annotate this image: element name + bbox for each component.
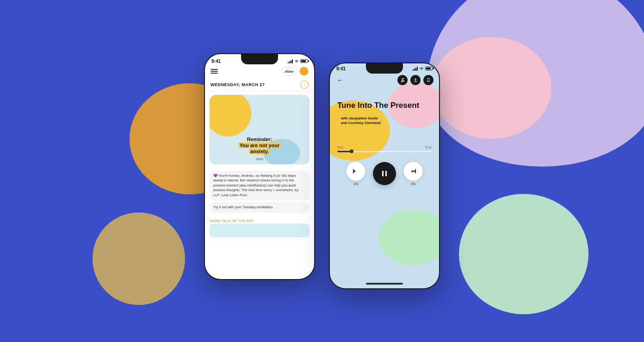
player-title-area: Tune Into The Present with Jacqueline Go… — [330, 87, 439, 137]
status-time-left: 9:41 — [211, 59, 221, 64]
date-row: WEDNESDAY, MARCH 27 › — [205, 78, 314, 91]
share-icon — [413, 78, 418, 82]
svg-point-1 — [403, 80, 404, 81]
signal-bar-r3 — [415, 68, 416, 71]
battery-icon-right — [425, 67, 433, 70]
shine-logo[interactable]: shine — [281, 67, 297, 76]
svg-rect-2 — [353, 169, 354, 174]
date-text: WEDNESDAY, MARCH 27 — [211, 82, 265, 87]
skip-forward-label: 15s — [410, 182, 415, 186]
skip-forward-icon — [409, 167, 417, 175]
subtitle-line1: with Jacqueline Gould — [341, 116, 378, 120]
skip-back-icon — [352, 167, 360, 175]
card-image: Reminder: You are not your anxiety. shin… — [210, 95, 310, 164]
signal-bar-2 — [289, 61, 290, 63]
time-total: 5:10 — [425, 146, 432, 149]
shine-watermark: shine — [256, 157, 264, 161]
bookmark-button[interactable] — [423, 75, 433, 85]
card-blob-yellow — [210, 95, 251, 137]
signal-bar-r4 — [417, 67, 418, 71]
bookmark-icon — [426, 78, 431, 82]
progress-bar-track[interactable] — [337, 151, 432, 152]
skip-back-button[interactable] — [346, 162, 365, 181]
battery-fill-left — [301, 60, 306, 62]
player-title: Tune Into The Present — [337, 101, 432, 110]
phone1-content: 9:41 — [205, 54, 314, 279]
phone2-content: 9:41 — [330, 63, 439, 288]
music-note-icon — [400, 78, 405, 82]
playback-controls: 15s 15s — [330, 162, 439, 190]
skip-forward-control: 15s — [403, 162, 423, 186]
player-subtitle-badge: with Jacqueline Gould and Courtney Cleve… — [337, 115, 384, 127]
battery-fill-right — [426, 68, 431, 69]
avatar-small[interactable] — [299, 67, 309, 76]
phone-notch-left — [241, 54, 278, 64]
card-reminder-text: Reminder: You are not your anxiety. — [220, 137, 300, 155]
svg-rect-3 — [382, 171, 384, 176]
card-line3-highlight: anxiety. — [249, 149, 270, 154]
hamburger-line-1 — [211, 69, 218, 70]
wifi-icon-right — [419, 67, 424, 70]
progress-times: 0:11 5:10 — [337, 146, 432, 149]
battery-icon-left — [300, 59, 308, 63]
signal-bars-left — [288, 59, 293, 63]
signal-bar-4 — [292, 59, 293, 63]
card-line1: Reminder: — [220, 137, 300, 143]
phone-right: 9:41 — [329, 62, 440, 289]
svg-rect-5 — [415, 169, 416, 174]
message-bubble-1: 💜 You're human, Andrea—so thinking 8 (or… — [210, 171, 310, 201]
progress-area: 0:11 5:10 — [330, 146, 439, 152]
phone1-header: shine — [205, 65, 314, 78]
status-icons-right — [413, 67, 433, 71]
music-note-button[interactable] — [397, 75, 408, 85]
signal-bar-1 — [288, 62, 289, 63]
player-header: ← — [330, 72, 439, 87]
phone-notch-right — [366, 63, 403, 74]
phones-wrapper: 9:41 — [204, 53, 440, 289]
skip-back-label: 15s — [353, 182, 358, 186]
card-line2-highlight: You are not your — [239, 143, 281, 148]
share-button[interactable] — [410, 75, 421, 85]
signal-bar-3 — [291, 60, 291, 63]
skip-back-control: 15s — [346, 162, 365, 186]
shine-logo-container: shine — [281, 67, 309, 76]
player-actions — [397, 75, 433, 85]
hamburger-line-3 — [211, 73, 218, 74]
back-button[interactable]: ← — [335, 75, 345, 85]
card-line2: You are not your — [240, 143, 280, 148]
status-time-right: 9:41 — [336, 66, 346, 71]
signal-bar-r1 — [413, 69, 414, 71]
message-text-1: 💜 You're human, Andrea—so thinking 8 (or… — [213, 174, 298, 197]
bg-blob-yellow — [93, 212, 185, 305]
card-line3: anxiety. — [250, 149, 269, 154]
pause-icon — [380, 169, 389, 178]
date-chevron[interactable]: › — [300, 81, 309, 89]
status-icons-left — [288, 59, 308, 63]
svg-point-0 — [401, 81, 402, 82]
card-text-overlay: Reminder: You are not your anxiety. — [220, 137, 300, 155]
subtitle-line2: and Courtney Cleveland — [341, 121, 381, 125]
pause-button[interactable] — [373, 162, 396, 185]
p2-blob-green — [379, 210, 439, 265]
message-bubble-2: Try it out with your Tuesday meditation. — [210, 202, 310, 213]
skip-forward-button[interactable] — [403, 162, 423, 181]
svg-rect-4 — [385, 171, 387, 176]
message-area: 💜 You're human, Andrea—so thinking 8 (or… — [205, 168, 314, 218]
shine-logo-text: shine — [285, 69, 294, 74]
phone-left: 9:41 — [204, 53, 315, 280]
message-text-2: Try it out with your Tuesday meditation. — [213, 205, 273, 209]
bg-blob-pink — [431, 37, 551, 139]
section-label: SHINE TALK OF THE DAY — [205, 218, 314, 224]
time-current: 0:11 — [337, 146, 344, 149]
hamburger-icon[interactable] — [211, 69, 218, 74]
progress-dot — [350, 149, 353, 153]
signal-bar-r2 — [414, 68, 415, 71]
bg-blob-green — [459, 194, 588, 314]
home-bar-right — [366, 283, 403, 285]
wifi-icon-left — [294, 59, 299, 63]
section-preview — [210, 224, 310, 237]
hamburger-line-2 — [211, 71, 218, 72]
signal-bars-right — [413, 67, 418, 71]
